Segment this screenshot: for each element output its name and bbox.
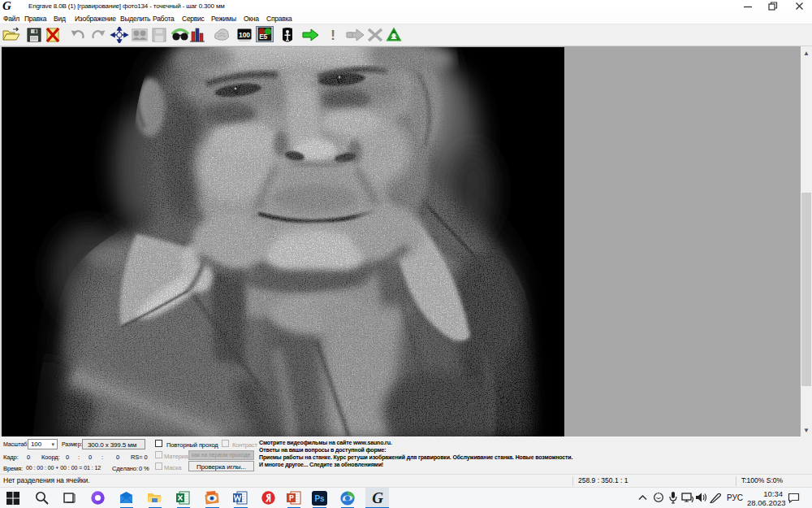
- svg-text:Ps: Ps: [314, 494, 325, 503]
- svg-text:G: G: [372, 491, 383, 506]
- svg-text:Е5: Е5: [259, 33, 267, 41]
- svg-text:!: !: [330, 28, 335, 43]
- svg-text:100: 100: [239, 31, 250, 39]
